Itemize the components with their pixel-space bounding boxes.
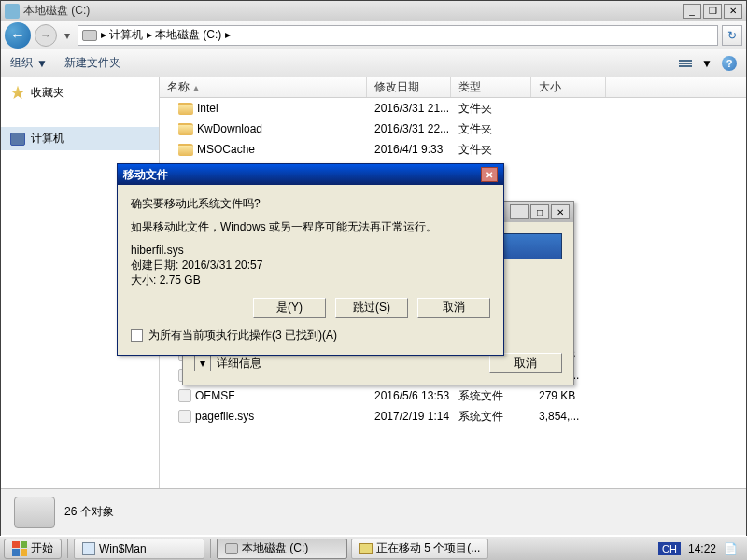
address-bar[interactable]: ▸ 计算机 ▸ 本地磁盘 (C:) ▸ bbox=[78, 25, 718, 46]
file-icon bbox=[178, 410, 191, 423]
computer-icon bbox=[10, 133, 25, 146]
cell-type: 系统文件 bbox=[451, 409, 531, 425]
clock[interactable]: 14:22 bbox=[688, 542, 716, 555]
dialog-warning: 如果移动此文件，Windows 或另一程序可能无法再正常运行。 bbox=[131, 219, 490, 235]
dialog-filesize: 大小: 2.75 GB bbox=[131, 273, 490, 287]
maximize-button[interactable]: ❐ bbox=[703, 4, 722, 19]
folder-icon bbox=[178, 103, 193, 115]
cancel-button[interactable]: 取消 bbox=[489, 353, 562, 373]
close-button[interactable]: ✕ bbox=[551, 204, 570, 219]
maximize-button[interactable]: □ bbox=[530, 204, 549, 219]
cell-type: 系统文件 bbox=[451, 388, 531, 404]
cell-type: 文件夹 bbox=[451, 121, 531, 137]
cell-name: MSOCache bbox=[171, 143, 367, 156]
column-header-name[interactable]: 名称 ▴ bbox=[160, 77, 367, 97]
yes-button[interactable]: 是(Y) bbox=[253, 298, 326, 318]
dialog-title: 移动文件 bbox=[123, 167, 168, 183]
cell-date: 2016/5/6 13:53 bbox=[367, 389, 451, 402]
refresh-button[interactable]: ↻ bbox=[722, 25, 742, 46]
table-row[interactable]: Intel2016/3/31 21...文件夹 bbox=[160, 98, 746, 119]
taskbar-item[interactable]: Win$Man bbox=[74, 539, 204, 559]
apply-all-label: 为所有当前项执行此操作(3 已找到)(A) bbox=[148, 328, 337, 343]
close-button[interactable]: ✕ bbox=[724, 4, 742, 19]
tray-icon[interactable]: 📄 bbox=[724, 542, 738, 555]
cell-name: pagefile.sys bbox=[171, 410, 367, 424]
cell-date: 2017/2/19 1:14 bbox=[367, 410, 451, 423]
close-button[interactable]: ✕ bbox=[481, 167, 498, 182]
taskbar-item[interactable]: 正在移动 5 个项目(... bbox=[351, 539, 488, 559]
folder-icon bbox=[359, 543, 373, 554]
cell-name: OEMSF bbox=[171, 389, 367, 403]
cell-type: 文件夹 bbox=[451, 142, 531, 158]
sidebar-item-label: 计算机 bbox=[31, 131, 64, 147]
skip-button[interactable]: 跳过(S) bbox=[335, 298, 408, 318]
table-row[interactable]: KwDownload2016/3/31 22...文件夹 bbox=[160, 119, 746, 139]
star-icon bbox=[10, 86, 25, 101]
apply-all-checkbox[interactable] bbox=[131, 329, 143, 342]
dialog-created: 创建日期: 2016/3/31 20:57 bbox=[131, 258, 490, 273]
file-icon bbox=[178, 389, 191, 402]
drive-icon bbox=[5, 4, 20, 19]
chevron-down-icon[interactable]: ▾ bbox=[194, 355, 211, 371]
folder-icon bbox=[178, 123, 193, 135]
table-row[interactable]: pagefile.sys2017/2/19 1:14系统文件3,854,... bbox=[160, 406, 746, 427]
help-icon[interactable]: ? bbox=[722, 56, 737, 71]
start-button[interactable]: 开始 bbox=[4, 539, 62, 559]
move-file-dialog: 移动文件 ✕ 确实要移动此系统文件吗? 如果移动此文件，Windows 或另一程… bbox=[117, 163, 504, 356]
column-header-size[interactable]: 大小 bbox=[531, 77, 606, 97]
new-folder-button[interactable]: 新建文件夹 bbox=[64, 55, 120, 71]
cancel-button[interactable]: 取消 bbox=[417, 298, 490, 318]
folder-icon bbox=[178, 144, 193, 156]
back-button[interactable]: ← bbox=[5, 22, 31, 49]
table-row[interactable]: OEMSF2016/5/6 13:53系统文件279 KB bbox=[160, 385, 746, 406]
column-header-row: 名称 ▴ 修改日期 类型 大小 bbox=[160, 77, 746, 98]
system-tray: CH 14:22 📄 bbox=[653, 542, 743, 555]
cell-date: 2016/3/31 21... bbox=[367, 102, 451, 115]
taskbar: 开始 Win$Man 本地磁盘 (C:) 正在移动 5 个项目(... CH 1… bbox=[0, 536, 747, 560]
details-label[interactable]: 详细信息 bbox=[217, 356, 261, 371]
titlebar[interactable]: 本地磁盘 (C:) _ ❐ ✕ bbox=[1, 1, 746, 21]
taskbar-item[interactable]: 本地磁盘 (C:) bbox=[217, 539, 347, 559]
cell-name: Intel bbox=[171, 102, 367, 115]
organize-menu[interactable]: 组织 ▼ bbox=[10, 55, 48, 71]
status-count: 26 个对象 bbox=[64, 504, 114, 520]
column-header-type[interactable]: 类型 bbox=[451, 77, 531, 97]
dialog-filename: hiberfil.sys bbox=[131, 243, 490, 258]
cell-type: 文件夹 bbox=[451, 101, 531, 117]
sidebar-item-label: 收藏夹 bbox=[31, 85, 64, 101]
drive-icon bbox=[14, 497, 55, 528]
history-dropdown[interactable]: ▾ bbox=[61, 24, 74, 47]
view-dropdown-icon[interactable]: ▼ bbox=[701, 57, 712, 70]
cell-size: 279 KB bbox=[531, 389, 606, 402]
status-bar: 26 个对象 bbox=[1, 488, 746, 535]
breadcrumb[interactable]: ▸ 计算机 ▸ 本地磁盘 (C:) ▸ bbox=[101, 27, 231, 43]
cell-size: 3,854,... bbox=[531, 410, 606, 423]
app-icon bbox=[82, 542, 95, 555]
nav-toolbar: ← → ▾ ▸ 计算机 ▸ 本地磁盘 (C:) ▸ ↻ bbox=[1, 21, 746, 49]
dialog-titlebar[interactable]: 移动文件 ✕ bbox=[118, 164, 503, 185]
drive-icon bbox=[225, 543, 238, 554]
sidebar-item-favorites[interactable]: 收藏夹 bbox=[1, 81, 159, 105]
dialog-question: 确实要移动此系统文件吗? bbox=[131, 196, 490, 212]
language-indicator[interactable]: CH bbox=[658, 542, 681, 555]
sidebar-item-computer[interactable]: 计算机 bbox=[1, 127, 159, 150]
cell-name: KwDownload bbox=[171, 122, 367, 135]
table-row[interactable]: MSOCache2016/4/1 9:33文件夹 bbox=[160, 139, 746, 160]
cell-date: 2016/3/31 22... bbox=[367, 122, 451, 135]
cell-date: 2016/4/1 9:33 bbox=[367, 143, 451, 156]
drive-icon bbox=[82, 30, 97, 41]
command-bar: 组织 ▼ 新建文件夹 ▼ ? bbox=[1, 49, 746, 77]
column-header-date[interactable]: 修改日期 bbox=[367, 77, 451, 97]
forward-button[interactable]: → bbox=[35, 24, 57, 47]
window-title: 本地磁盘 (C:) bbox=[23, 3, 683, 19]
minimize-button[interactable]: _ bbox=[510, 204, 529, 219]
view-mode-button[interactable] bbox=[679, 60, 692, 67]
windows-logo-icon bbox=[12, 541, 27, 556]
minimize-button[interactable]: _ bbox=[683, 4, 701, 19]
